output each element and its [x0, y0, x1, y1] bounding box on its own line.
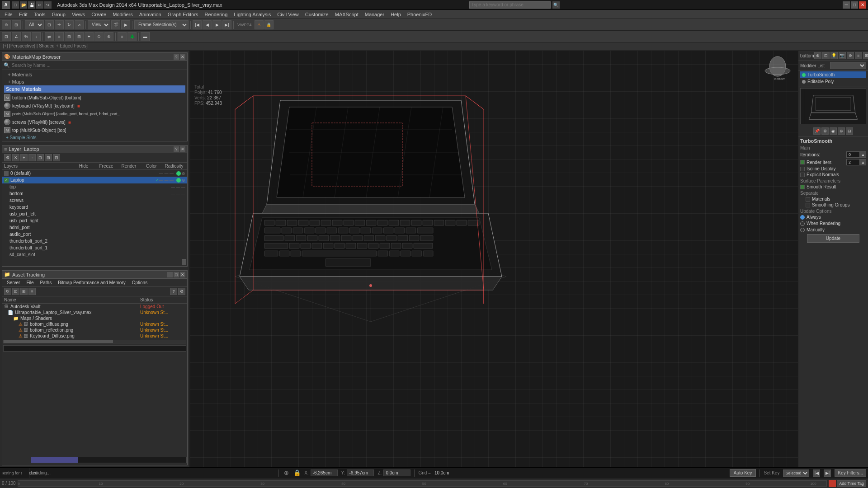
- ts-always-radio[interactable]: [800, 215, 805, 220]
- status-coord-icon[interactable]: ⊕: [283, 469, 290, 477]
- ts-explicit-normals-check[interactable]: [800, 173, 805, 177]
- status-key-btn-1[interactable]: |◀: [813, 469, 820, 477]
- ts-render-iters-input[interactable]: [846, 159, 860, 165]
- close-button[interactable]: ✕: [859, 1, 866, 9]
- status-key-btn-2[interactable]: ▶|: [824, 469, 831, 477]
- layer-scrollbar[interactable]: [2, 258, 187, 266]
- redo-button[interactable]: ↪: [44, 1, 52, 9]
- material-browser-close[interactable]: ✕: [180, 54, 185, 60]
- modifier-editable-poly[interactable]: Editable Poly: [800, 78, 866, 85]
- asset-view-btn[interactable]: ⊞: [20, 288, 28, 295]
- named-selection-dropdown[interactable]: Frame Selection(s): [134, 20, 189, 29]
- ts-manually-radio[interactable]: [800, 228, 805, 232]
- create-cameras-btn[interactable]: 📷: [839, 52, 846, 59]
- create-lights-btn[interactable]: 💡: [830, 52, 838, 59]
- ts-when-rendering-radio[interactable]: [800, 221, 805, 226]
- mod-pin-btn[interactable]: 📌: [813, 127, 821, 135]
- angle-snap[interactable]: ∠: [12, 32, 21, 41]
- layer-delete-btn[interactable]: ✕: [12, 154, 19, 161]
- asset-settings-btn[interactable]: ⚙: [178, 288, 185, 295]
- menu-tools[interactable]: Tools: [31, 11, 48, 18]
- ts-iterations-spinner[interactable]: ▲: [860, 151, 866, 158]
- asset-scroll-thumb[interactable]: [4, 340, 113, 343]
- viewport[interactable]: Total Polys: 41 760 Verts: 22 367 FPS: 4…: [190, 51, 798, 467]
- asset-menu-options[interactable]: Options: [129, 280, 150, 286]
- layer-item-10[interactable]: thunderbolt_port_2: [2, 238, 187, 244]
- menu-customize[interactable]: Customize: [302, 11, 331, 18]
- next-key-btn[interactable]: ▶|: [222, 20, 231, 29]
- asset-menu-file[interactable]: File: [24, 280, 36, 286]
- layer-item-5[interactable]: keyboard: [2, 204, 187, 211]
- view-cube-area[interactable]: bottom: [762, 55, 793, 88]
- open-button[interactable]: 📂: [20, 1, 27, 9]
- ts-iterations-input[interactable]: [846, 151, 860, 158]
- asset-item-5[interactable]: ⚠ 🖼 Keyboard_Diffuse.png Unknown St...: [2, 333, 187, 339]
- asset-menu-bitmap-perf[interactable]: Bitmap Performance and Memory: [55, 280, 128, 286]
- normal-align-btn[interactable]: ⊞: [75, 32, 84, 41]
- modifier-turbosmooth[interactable]: TurboSmooth: [800, 71, 866, 78]
- add-time-tag-button[interactable]: Add Time Tag: [837, 480, 866, 487]
- create-geometry-btn[interactable]: ⊕: [814, 52, 821, 59]
- percent-snap[interactable]: %: [22, 32, 31, 41]
- align-view-btn[interactable]: ⊛: [104, 32, 113, 41]
- asset-panel-max[interactable]: □: [174, 272, 179, 277]
- layer-item-7[interactable]: usb_port_right: [2, 217, 187, 224]
- mirror-btn[interactable]: ⇌: [45, 32, 54, 41]
- sample-slots[interactable]: + Sample Slots: [2, 134, 187, 141]
- timeline-track[interactable]: 0 10 20 30 40 50 60 70 80 90 100: [18, 480, 827, 487]
- menu-modifiers[interactable]: Modifiers: [110, 11, 136, 18]
- select-button[interactable]: ⊕: [2, 20, 11, 29]
- selection-filter-dropdown[interactable]: All: [25, 20, 44, 29]
- view-dropdown[interactable]: View: [88, 20, 110, 29]
- selection-type-dropdown[interactable]: Selected: [783, 469, 809, 477]
- layer-select-btn[interactable]: ⊡: [37, 154, 44, 161]
- material-browser-help[interactable]: ?: [174, 54, 179, 60]
- ts-render-iters-check[interactable]: [800, 160, 805, 164]
- material-item-3[interactable]: screws (VRayMtl) [screws] ■: [2, 118, 187, 126]
- spinner-snap[interactable]: ↕: [32, 32, 41, 41]
- asset-path-input[interactable]: [3, 345, 186, 352]
- menu-civil-view[interactable]: Civil View: [274, 11, 301, 18]
- asset-scroll-track[interactable]: [3, 340, 186, 343]
- mod-show-result-btn[interactable]: ◉: [830, 127, 837, 135]
- hierarchy-btn[interactable]: ⊞: [863, 52, 868, 59]
- layer-panel-help[interactable]: ?: [174, 146, 179, 152]
- menu-rendering[interactable]: Rendering: [202, 11, 231, 18]
- maps-section[interactable]: + Maps: [4, 78, 185, 85]
- menu-maxscript[interactable]: MAXScript: [332, 11, 361, 18]
- layer-item-3[interactable]: bottom — — —: [2, 190, 187, 197]
- asset-refresh-btn[interactable]: ↻: [4, 288, 11, 295]
- menu-manager[interactable]: Manager: [362, 11, 387, 18]
- material-item-2[interactable]: M ports (Multi/Sub-Object) [audio_port, …: [2, 110, 187, 118]
- menu-edit[interactable]: Edit: [16, 11, 30, 18]
- play-btn[interactable]: ▶: [212, 20, 222, 29]
- save-button[interactable]: 💾: [28, 1, 35, 9]
- coord-x-value[interactable]: -6,265cm: [311, 469, 338, 476]
- layer-scroll-thumb[interactable]: [182, 259, 186, 265]
- prev-key-btn[interactable]: ◀: [203, 20, 212, 29]
- coord-z-value[interactable]: 0,0cm: [383, 469, 410, 476]
- asset-resolve-btn[interactable]: ⊡: [12, 288, 19, 295]
- scale-btn[interactable]: ⊿: [75, 20, 84, 29]
- asset-item-4[interactable]: ⚠ 🖼 bottom_reflection.png Unknown St...: [2, 327, 187, 333]
- ts-render-iters-spinner[interactable]: ▲: [860, 159, 866, 165]
- menu-file[interactable]: File: [2, 11, 15, 18]
- asset-hscrollbar[interactable]: [2, 339, 187, 344]
- layer-panel-close[interactable]: ✕: [180, 146, 185, 152]
- menu-group[interactable]: Group: [49, 11, 68, 18]
- ts-smoothing-groups-check[interactable]: [806, 203, 810, 207]
- auto-key-button[interactable]: Auto Key: [730, 469, 756, 477]
- layer-item-2[interactable]: top — — —: [2, 183, 187, 190]
- scene-materials-section[interactable]: Scene Materials: [4, 85, 185, 93]
- ts-isoline-check[interactable]: [800, 167, 805, 171]
- modifier-panel-btn[interactable]: ≡: [855, 52, 862, 59]
- ts-smooth-result-check[interactable]: [800, 185, 805, 189]
- ts-update-button[interactable]: Update: [807, 234, 860, 243]
- asset-item-0[interactable]: 🏛 Autodesk Vault Logged Out: [2, 304, 187, 310]
- asset-panel-close[interactable]: ✕: [180, 272, 185, 277]
- search-button[interactable]: 🔍: [552, 1, 560, 9]
- material-item-0[interactable]: M bottom (Multi/Sub-Object) [bottom]: [2, 94, 187, 102]
- asset-panel-min[interactable]: ─: [167, 272, 173, 277]
- menu-help[interactable]: Help: [388, 11, 404, 18]
- undo-button[interactable]: ↩: [36, 1, 43, 9]
